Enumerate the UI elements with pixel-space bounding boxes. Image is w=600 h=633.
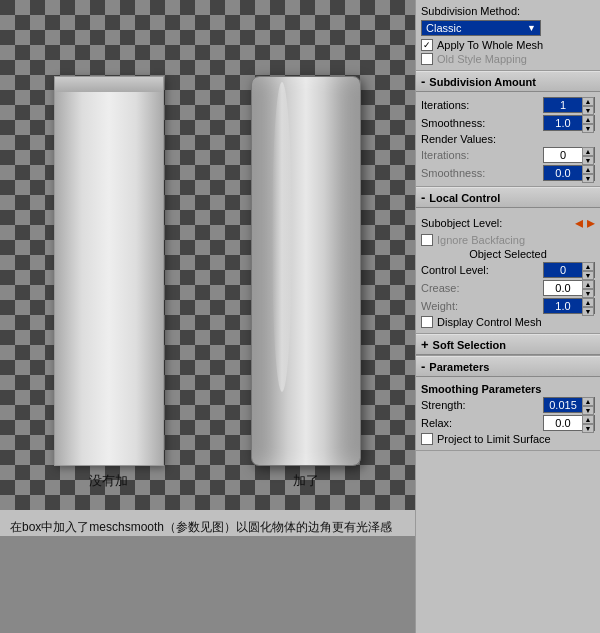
strength-up[interactable]: ▲ [582,397,594,406]
strength-row: Strength: 0.015 ▲ ▼ [421,397,595,413]
crease-label: Crease: [421,282,460,294]
ignore-backfacing-row[interactable]: Ignore Backfacing [421,234,595,246]
smooth-label: 加了 [293,472,319,490]
relax-up[interactable]: ▲ [582,415,594,424]
subdivision-method-dropdown-row[interactable]: Classic ▼ [421,20,595,36]
old-style-mapping-checkbox[interactable] [421,53,433,65]
weight-down[interactable]: ▼ [582,307,594,316]
box-container: 没有加 加了 [0,0,415,510]
subobject-level-label: Subobject Level: [421,217,502,229]
iterations-down[interactable]: ▼ [582,106,594,115]
soft-selection-section: + Soft Selection [416,334,600,356]
relax-buttons[interactable]: ▲ ▼ [582,415,594,431]
subdivision-amount-content: Iterations: 1 ▲ ▼ Smoothness: 1.0 [416,92,600,186]
local-control-collapse[interactable]: - [421,190,425,205]
render-smoothness-spinner[interactable]: 0.0 ▲ ▼ [543,165,595,181]
subdivision-method-label: Subdivision Method: [421,5,520,17]
render-iterations-label: Iterations: [421,149,469,161]
render-values-label: Render Values: [421,133,595,145]
apply-whole-mesh-checkbox[interactable] [421,39,433,51]
soft-selection-header: + Soft Selection [416,334,600,355]
parameters-label: Parameters [429,361,489,373]
local-control-section: - Local Control Subobject Level: ◂ ▸ Ign… [416,187,600,334]
apply-whole-mesh-row[interactable]: Apply To Whole Mesh [421,39,595,51]
old-style-mapping-row[interactable]: Old Style Mapping [421,53,595,65]
render-smoothness-up[interactable]: ▲ [582,165,594,174]
smoothness-up[interactable]: ▲ [582,115,594,124]
control-level-label: Control Level: [421,264,489,276]
parameters-collapse[interactable]: - [421,359,425,374]
control-level-up[interactable]: ▲ [582,262,594,271]
old-style-mapping-label: Old Style Mapping [437,53,527,65]
ignore-backfacing-checkbox[interactable] [421,234,433,246]
subdivision-method-section: Subdivision Method: Classic ▼ Apply To W… [416,0,600,71]
project-to-limit-row[interactable]: Project to Limit Surface [421,433,595,445]
render-iterations-spinner[interactable]: 0 ▲ ▼ [543,147,595,163]
subdivision-method-value: Classic [426,22,461,34]
render-smoothness-value: 0.0 [544,166,582,180]
render-smoothness-label: Smoothness: [421,167,485,179]
viewport: 没有加 加了 在box中加入了meschsmooth（参数见图）以圆化物体的边角… [0,0,415,633]
right-panel: Subdivision Method: Classic ▼ Apply To W… [415,0,600,633]
arrow-left-icon[interactable]: ◂ [575,213,583,232]
box-smooth-wrapper: 加了 [251,76,361,490]
subdivision-method-dropdown[interactable]: Classic ▼ [421,20,541,36]
apply-whole-mesh-label: Apply To Whole Mesh [437,39,543,51]
viewport-top: 没有加 加了 [0,0,415,510]
soft-selection-expand[interactable]: + [421,337,429,352]
subdivision-amount-section: - Subdivision Amount Iterations: 1 ▲ ▼ S… [416,71,600,187]
smoothness-label: Smoothness: [421,117,485,129]
subdivision-amount-collapse[interactable]: - [421,74,425,89]
iterations-value: 1 [544,98,582,112]
iterations-up[interactable]: ▲ [582,97,594,106]
control-level-spinner[interactable]: 0 ▲ ▼ [543,262,595,278]
parameters-header: - Parameters [416,356,600,377]
weight-spinner[interactable]: 1.0 ▲ ▼ [543,298,595,314]
crease-buttons[interactable]: ▲ ▼ [582,280,594,296]
strength-buttons[interactable]: ▲ ▼ [582,397,594,413]
render-smoothness-down[interactable]: ▼ [582,174,594,183]
control-level-buttons[interactable]: ▲ ▼ [582,262,594,278]
display-control-mesh-label: Display Control Mesh [437,316,542,328]
smoothness-spinner-buttons[interactable]: ▲ ▼ [582,115,594,131]
render-smoothness-buttons[interactable]: ▲ ▼ [582,165,594,181]
local-control-content: Subobject Level: ◂ ▸ Ignore Backfacing O… [416,208,600,333]
crease-spinner[interactable]: 0.0 ▲ ▼ [543,280,595,296]
relax-spinner[interactable]: 0.0 ▲ ▼ [543,415,595,431]
weight-buttons[interactable]: ▲ ▼ [582,298,594,314]
local-control-header: - Local Control [416,187,600,208]
box-no-smooth-wrapper: 没有加 [54,76,164,490]
viewport-description: 在box中加入了meschsmooth（参数见图）以圆化物体的边角更有光泽感 [0,510,415,536]
display-control-mesh-checkbox[interactable] [421,316,433,328]
smoothness-down[interactable]: ▼ [582,124,594,133]
weight-up[interactable]: ▲ [582,298,594,307]
smoothness-spinner[interactable]: 1.0 ▲ ▼ [543,115,595,131]
display-control-mesh-row[interactable]: Display Control Mesh [421,316,595,328]
iterations-label: Iterations: [421,99,469,111]
parameters-section: - Parameters Smoothing Parameters Streng… [416,356,600,451]
control-level-down[interactable]: ▼ [582,271,594,280]
subobject-arrows: ◂ ▸ [575,213,595,232]
strength-down[interactable]: ▼ [582,406,594,415]
project-to-limit-checkbox[interactable] [421,433,433,445]
render-iterations-buttons[interactable]: ▲ ▼ [582,147,594,163]
relax-down[interactable]: ▼ [582,424,594,433]
main-container: 没有加 加了 在box中加入了meschsmooth（参数见图）以圆化物体的边角… [0,0,600,633]
subobject-level-row: Subobject Level: ◂ ▸ [421,213,595,232]
smoothness-value: 1.0 [544,116,582,130]
subdivision-method-row: Subdivision Method: [421,5,595,17]
arrow-right-icon[interactable]: ▸ [587,213,595,232]
render-iterations-up[interactable]: ▲ [582,147,594,156]
render-iterations-down[interactable]: ▼ [582,156,594,165]
crease-up[interactable]: ▲ [582,280,594,289]
crease-down[interactable]: ▼ [582,289,594,298]
parameters-content: Smoothing Parameters Strength: 0.015 ▲ ▼… [416,377,600,450]
iterations-spinner-buttons[interactable]: ▲ ▼ [582,97,594,113]
strength-spinner[interactable]: 0.015 ▲ ▼ [543,397,595,413]
iterations-spinner[interactable]: 1 ▲ ▼ [543,97,595,113]
subdivision-amount-header: - Subdivision Amount [416,71,600,92]
control-level-row: Control Level: 0 ▲ ▼ [421,262,595,278]
box-smooth [251,76,361,466]
object-selected-text: Object Selected [421,248,595,260]
render-iterations-value: 0 [544,148,582,162]
